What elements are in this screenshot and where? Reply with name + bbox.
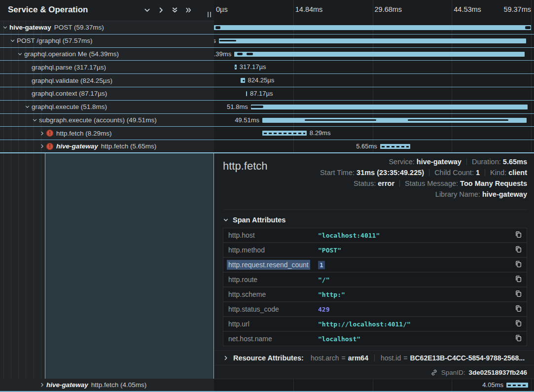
panel-title: Service & Operation <box>8 5 88 15</box>
span-bar-dash-pattern <box>382 146 409 147</box>
chevron-down-icon[interactable] <box>32 117 38 123</box>
attribute-row: http.status_code429 <box>223 302 527 316</box>
chevron-right-icon[interactable] <box>39 382 45 388</box>
span-tree-row[interactable]: hive-gatewayhttp.fetch (4.05ms) <box>0 379 214 392</box>
span-tree-row[interactable]: graphql.context (87.17µs) <box>0 87 214 101</box>
operation-name: graphql.context (87.17µs) <box>32 90 107 97</box>
attribute-key: http.status_code <box>228 305 279 313</box>
span-bar[interactable] <box>251 105 528 109</box>
meta-label: Library Name: <box>435 190 482 198</box>
resource-attribute-key: host.id <box>381 354 401 362</box>
span-duration-label: 4.05ms <box>482 379 503 391</box>
operation-name: POST /graphql (57.57ms) <box>17 37 93 44</box>
chevron-down-icon[interactable] <box>143 6 151 14</box>
chevron-right-icon[interactable] <box>39 130 45 137</box>
span-tree-row[interactable]: graphql.execute (51.8ms) <box>0 101 214 114</box>
span-bar[interactable] <box>506 383 528 388</box>
span-tree-row[interactable]: POST /graphql (57.57ms) <box>0 35 214 48</box>
span-tree-row[interactable]: !http.fetch (8.29ms) <box>0 127 214 140</box>
span-bar[interactable] <box>214 25 531 30</box>
span-attributes-toggle[interactable]: Span Attributes <box>223 216 285 224</box>
span-duration-label: 8.29ms <box>310 127 331 140</box>
copy-icon[interactable] <box>514 246 523 254</box>
span-bar[interactable] <box>241 78 245 83</box>
copy-icon[interactable] <box>514 260 523 269</box>
meta-label: Status: <box>354 179 378 187</box>
panel-resize-handle[interactable] <box>208 12 211 17</box>
attribute-key: http.request.resend_count <box>227 260 310 270</box>
span-bar[interactable] <box>219 38 527 43</box>
span-id-row: SpanID: 3de02518937fb246 <box>214 365 534 379</box>
error-icon: ! <box>46 143 53 150</box>
chevron-right-icon[interactable] <box>39 143 45 149</box>
span-bar-self-time-mark <box>219 40 236 41</box>
span-bar-dash-pattern <box>508 385 527 386</box>
span-duration-label: 824.25µs <box>248 74 275 87</box>
span-tree-row[interactable]: graphql.parse (317.17µs) <box>0 61 214 74</box>
meta-line: Library Name: hive-gateway <box>320 189 527 200</box>
attribute-key: http.host <box>228 231 255 239</box>
timeline-row: 5.65ms <box>214 140 534 153</box>
chevron-down-icon[interactable] <box>9 37 16 44</box>
meta-value: Too Many Requests <box>460 179 527 187</box>
span-tree-row[interactable]: graphql.operation Me (54.39ms) <box>0 48 214 61</box>
span-bar[interactable] <box>262 118 527 123</box>
meta-value: 31ms (23:35:49.225) <box>356 169 424 177</box>
attribute-row: http.request.resend_count1 <box>223 258 527 272</box>
meta-divider <box>429 169 429 176</box>
detail-divider <box>223 210 527 210</box>
copy-icon[interactable] <box>514 305 523 314</box>
copy-icon[interactable] <box>514 231 523 240</box>
meta-value: hive-gateway <box>417 158 462 166</box>
attribute-value: "localhost:4011" <box>318 232 380 239</box>
span-bar-self-time-mark <box>237 53 243 55</box>
resource-attributes-toggle[interactable]: Resource Attributes: host.arch=arm64host… <box>214 350 534 365</box>
span-bar[interactable] <box>380 144 410 149</box>
span-detail-meta: Service: hive-gatewayDuration: 5.65msSta… <box>320 156 527 200</box>
copy-icon[interactable] <box>514 290 523 299</box>
meta-value: hive-gateway <box>482 190 527 198</box>
span-bar-self-time-mark <box>251 106 263 108</box>
span-bar[interactable] <box>234 52 525 57</box>
span-bar[interactable] <box>235 65 236 70</box>
double-chevron-down-icon[interactable] <box>171 6 178 14</box>
span-bar[interactable] <box>246 91 247 96</box>
attribute-key: net.host.name <box>228 335 272 343</box>
chevron-down-icon[interactable] <box>17 51 23 57</box>
double-chevron-right-icon[interactable] <box>185 6 192 14</box>
attribute-row: http.route"/" <box>223 273 527 286</box>
meta-divider <box>485 169 485 176</box>
copy-icon[interactable] <box>514 334 523 343</box>
trace-viewer: Service & Operation hive-gatewayPOST (59… <box>0 0 534 392</box>
attribute-value: "localhost" <box>318 335 360 343</box>
meta-line: Status: errorStatus Message: Too Many Re… <box>320 178 527 189</box>
span-tree-row[interactable]: !hive-gatewayhttp.fetch (5.65ms) <box>0 140 214 153</box>
resource-attribute: host.arch=arm64 <box>311 354 368 362</box>
timeline-rows: 57.57ms54.39ms317.17µs824.25µs87.17µs51.… <box>214 21 534 153</box>
meta-divider <box>374 355 375 361</box>
attribute-value: "http://localhost:4011/" <box>318 321 411 328</box>
span-bar-self-time-mark <box>215 26 220 29</box>
axis-tick-label: 14.84ms <box>295 5 323 13</box>
span-duration-label: 54.39ms <box>214 48 231 61</box>
link-icon[interactable] <box>430 369 438 376</box>
meta-label: Kind: <box>490 169 508 177</box>
span-bar[interactable] <box>262 131 307 136</box>
resource-attribute-value: BC62E13B-C4CC-5854-9788-2568... <box>410 354 525 362</box>
copy-icon[interactable] <box>514 275 523 284</box>
meta-line: Service: hive-gatewayDuration: 5.65ms <box>320 156 527 167</box>
attribute-value: 1 <box>318 261 325 269</box>
chevron-down-icon[interactable] <box>2 24 8 31</box>
span-tree-rows: hive-gatewayPOST (59.37ms)POST /graphql … <box>0 21 214 153</box>
operation-name: graphql.execute (51.8ms) <box>32 103 107 110</box>
span-tree-row[interactable]: subgraph.execute (accounts) (49.51ms) <box>0 114 214 127</box>
span-duration-label: 317.17µs <box>240 61 266 74</box>
chevron-down-icon[interactable] <box>24 104 31 110</box>
span-duration-label: 57.57ms <box>214 35 216 48</box>
span-tree-row[interactable]: graphql.validate (824.25µs) <box>0 74 214 87</box>
span-duration-label: 51.8ms <box>227 101 248 114</box>
span-tree-row[interactable]: hive-gatewayPOST (59.37ms) <box>0 21 214 35</box>
copy-icon[interactable] <box>514 320 523 328</box>
meta-value: client <box>508 169 527 177</box>
chevron-right-icon[interactable] <box>157 6 165 14</box>
